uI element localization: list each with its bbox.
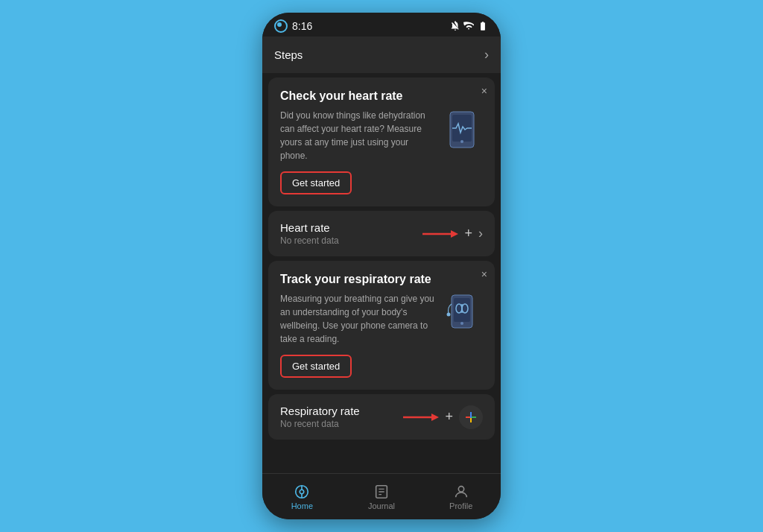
svg-rect-18	[470, 418, 472, 422]
svg-point-11	[447, 313, 451, 317]
heart-rate-metric-title: Heart rate	[280, 221, 422, 234]
profile-icon	[453, 484, 469, 500]
svg-marker-4	[451, 230, 458, 238]
heart-rate-arrow-icon	[422, 228, 458, 240]
wifi-icon	[463, 21, 474, 31]
respiratory-plus-button[interactable]: +	[445, 409, 453, 425]
status-time: 8:16	[292, 20, 312, 32]
nav-item-journal[interactable]: Journal	[342, 474, 422, 519]
nav-profile-label: Profile	[449, 501, 472, 510]
heart-rate-metric-row[interactable]: Heart rate No recent data + ›	[268, 211, 495, 256]
google-add-button[interactable]	[459, 405, 483, 429]
heart-rate-metric-actions: + ›	[422, 226, 483, 241]
steps-label: Steps	[274, 48, 303, 61]
heart-rate-promo-body: Did you know things like dehydration can…	[280, 109, 483, 162]
nav-journal-label: Journal	[368, 501, 395, 510]
bell-muted-icon	[450, 21, 460, 31]
heart-rate-promo-card: × Check your heart rate Did you know thi…	[268, 77, 495, 206]
respiratory-promo-close-button[interactable]: ×	[481, 268, 487, 280]
heart-rate-illustration	[441, 109, 483, 151]
nav-home-label: Home	[291, 501, 313, 510]
battery-icon	[477, 21, 489, 31]
svg-rect-17	[470, 412, 472, 417]
respiratory-promo-text: Measuring your breathing can give you an…	[280, 292, 435, 346]
svg-rect-16	[472, 417, 476, 418]
svg-point-10	[460, 322, 463, 325]
nav-item-profile[interactable]: Profile	[421, 474, 501, 519]
heart-rate-get-started-button[interactable]: Get started	[280, 171, 352, 194]
heart-rate-promo-text: Did you know things like dehydration can…	[280, 109, 435, 162]
heart-rate-plus-button[interactable]: +	[464, 226, 472, 241]
home-icon	[294, 484, 310, 500]
heart-rate-promo-title: Check your heart rate	[280, 89, 483, 103]
respiratory-illustration	[441, 292, 483, 334]
respiratory-promo-card: × Track your respiratory rate Measuring …	[268, 261, 495, 390]
svg-point-2	[460, 140, 463, 143]
respiratory-metric-row[interactable]: Respiratory rate No recent data +	[268, 394, 495, 440]
respiratory-promo-body: Measuring your breathing can give you an…	[280, 292, 483, 346]
steps-row[interactable]: Steps ›	[262, 37, 501, 73]
respiratory-metric-title: Respiratory rate	[280, 405, 403, 417]
heart-rate-promo-close-button[interactable]: ×	[481, 85, 487, 97]
heart-rate-metric-subtitle: No recent data	[280, 235, 422, 246]
heart-rate-metric-info: Heart rate No recent data	[280, 221, 422, 246]
status-bar: 8:16	[262, 13, 501, 37]
respiratory-arrow-icon	[403, 411, 439, 423]
heart-rate-chevron-icon[interactable]: ›	[478, 226, 483, 241]
clock-icon	[274, 19, 288, 33]
status-left: 8:16	[274, 19, 312, 33]
respiratory-metric-subtitle: No recent data	[280, 419, 403, 429]
respiratory-promo-title: Track your respiratory rate	[280, 273, 483, 286]
svg-rect-15	[466, 417, 470, 418]
respiratory-metric-info: Respiratory rate No recent data	[280, 405, 403, 429]
steps-chevron-icon: ›	[484, 47, 489, 63]
respiratory-metric-actions: +	[403, 405, 483, 429]
phone-container: 8:16 Steps › × Check your heart rate Did…	[262, 13, 501, 519]
nav-item-home[interactable]: Home	[262, 474, 342, 519]
journal-icon	[373, 484, 390, 500]
scroll-content[interactable]: Steps › × Check your heart rate Did you …	[262, 37, 501, 473]
status-right	[450, 21, 489, 31]
bottom-nav: Home Journal Profile	[262, 473, 501, 519]
respiratory-get-started-button[interactable]: Get started	[280, 355, 352, 378]
svg-point-27	[458, 486, 463, 491]
svg-point-20	[300, 490, 305, 494]
svg-marker-13	[431, 414, 439, 421]
